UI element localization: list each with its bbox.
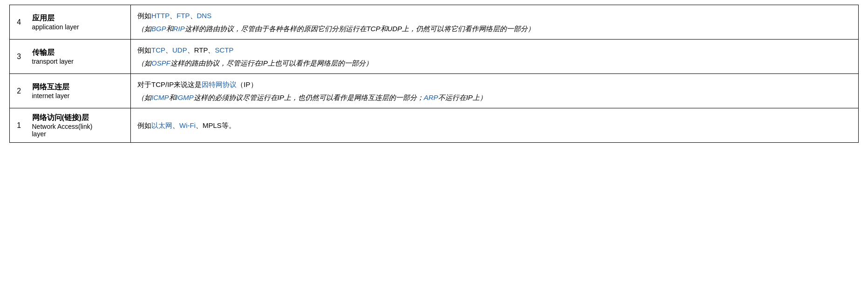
protocol-link[interactable]: 因特网协议 bbox=[202, 80, 237, 88]
desc-note: （如OSPF这样的路由协议，尽管运行在IP上也可以看作是网络层的一部分） bbox=[137, 57, 852, 69]
desc-line1: 对于TCP/IP来说这是因特网协议（IP） bbox=[137, 79, 852, 91]
layer-name-cn: 应用层 bbox=[32, 13, 124, 23]
desc-text: 、 bbox=[172, 121, 179, 129]
table-row: 1网络访问(链接)层Network Access(link)layer例如以太网… bbox=[10, 108, 859, 143]
desc-line1: 例如HTTP、FTP、DNS bbox=[137, 10, 852, 22]
osi-table: 4应用层application layer例如HTTP、FTP、DNS（如BGP… bbox=[9, 5, 859, 143]
layer-name-cell: 应用层application layer bbox=[28, 5, 131, 40]
protocol-link[interactable]: UDP bbox=[172, 46, 187, 54]
desc-text: 这样的必须协议尽管运行在IP上，也仍然可以看作是网络互连层的一部分； bbox=[194, 93, 424, 101]
desc-text: 、MPLS等。 bbox=[196, 121, 236, 129]
desc-note: （如ICMP和IGMP这样的必须协议尽管运行在IP上，也仍然可以看作是网络互连层… bbox=[137, 92, 852, 104]
desc-text: 、 bbox=[170, 12, 176, 20]
desc-line1: 例如以太网、Wi-Fi、MPLS等。 bbox=[137, 120, 852, 132]
desc-text: 例如 bbox=[137, 12, 151, 20]
desc-text: 对于TCP/IP来说这是 bbox=[137, 80, 202, 88]
protocol-link[interactable]: TCP bbox=[151, 46, 165, 54]
protocol-link[interactable]: BGP bbox=[151, 25, 166, 33]
desc-text: 这样的路由协议，尽管运行在IP上也可以看作是网络层的一部分） bbox=[170, 59, 373, 67]
desc-text: 例如 bbox=[137, 121, 151, 129]
layer-name-cn: 传输层 bbox=[32, 48, 124, 58]
layer-name-cn: 网络访问(链接)层 bbox=[32, 113, 124, 123]
desc-text: 不运行在IP上） bbox=[438, 93, 487, 101]
desc-text: 例如 bbox=[137, 46, 151, 54]
protocol-link[interactable]: 以太网 bbox=[151, 121, 172, 129]
layer-description: 例如以太网、Wi-Fi、MPLS等。 bbox=[131, 108, 859, 143]
desc-text: （如 bbox=[137, 93, 151, 101]
desc-note: （如BGP和RIP这样的路由协议，尽管由于各种各样的原因它们分别运行在TCP和U… bbox=[137, 23, 852, 35]
layer-description: 对于TCP/IP来说这是因特网协议（IP）（如ICMP和IGMP这样的必须协议尽… bbox=[131, 74, 859, 108]
table-row: 2网络互连层internet layer对于TCP/IP来说这是因特网协议（IP… bbox=[10, 74, 859, 108]
protocol-link[interactable]: ICMP bbox=[151, 93, 169, 101]
protocol-link[interactable]: RIP bbox=[173, 25, 185, 33]
desc-text: 、RTP、 bbox=[187, 46, 215, 54]
layer-name-en2: layer bbox=[32, 130, 124, 138]
layer-name-en: Network Access(link) bbox=[32, 123, 124, 130]
layer-name-en: internet layer bbox=[32, 92, 124, 100]
table-row: 3传输层transport layer例如TCP、UDP、RTP、SCTP（如O… bbox=[10, 40, 859, 74]
layer-name-en: transport layer bbox=[32, 58, 124, 65]
protocol-link[interactable]: ARP bbox=[424, 93, 438, 101]
layer-number: 2 bbox=[10, 74, 28, 108]
protocol-link[interactable]: Wi-Fi bbox=[179, 121, 196, 129]
layer-name-en: application layer bbox=[32, 23, 124, 31]
table-row: 4应用层application layer例如HTTP、FTP、DNS（如BGP… bbox=[10, 5, 859, 40]
layer-number: 3 bbox=[10, 40, 28, 74]
layer-number: 1 bbox=[10, 108, 28, 143]
desc-text: 、 bbox=[190, 12, 197, 20]
protocol-link[interactable]: SCTP bbox=[215, 46, 233, 54]
protocol-link[interactable]: IGMP bbox=[176, 93, 194, 101]
protocol-link[interactable]: HTTP bbox=[151, 12, 170, 20]
protocol-link[interactable]: FTP bbox=[176, 12, 190, 20]
layer-name-cell: 传输层transport layer bbox=[28, 40, 131, 74]
desc-text: 和 bbox=[166, 25, 173, 33]
desc-text: 和 bbox=[169, 93, 176, 101]
desc-text: 这样的路由协议，尽管由于各种各样的原因它们分别运行在TCP和UDP上，仍然可以将… bbox=[185, 25, 535, 33]
layer-name-cn: 网络互连层 bbox=[32, 82, 124, 92]
desc-text: 、 bbox=[165, 46, 172, 54]
layer-number: 4 bbox=[10, 5, 28, 40]
protocol-link[interactable]: OSPF bbox=[151, 59, 170, 67]
layer-name-cell: 网络互连层internet layer bbox=[28, 74, 131, 108]
layer-description: 例如TCP、UDP、RTP、SCTP（如OSPF这样的路由协议，尽管运行在IP上… bbox=[131, 40, 859, 74]
desc-line1: 例如TCP、UDP、RTP、SCTP bbox=[137, 44, 852, 56]
desc-text: （如 bbox=[137, 25, 151, 33]
layer-name-cell: 网络访问(链接)层Network Access(link)layer bbox=[28, 108, 131, 143]
protocol-link[interactable]: DNS bbox=[197, 12, 212, 20]
desc-text: （如 bbox=[137, 59, 151, 67]
desc-text: （IP） bbox=[237, 80, 257, 88]
layer-description: 例如HTTP、FTP、DNS（如BGP和RIP这样的路由协议，尽管由于各种各样的… bbox=[131, 5, 859, 40]
